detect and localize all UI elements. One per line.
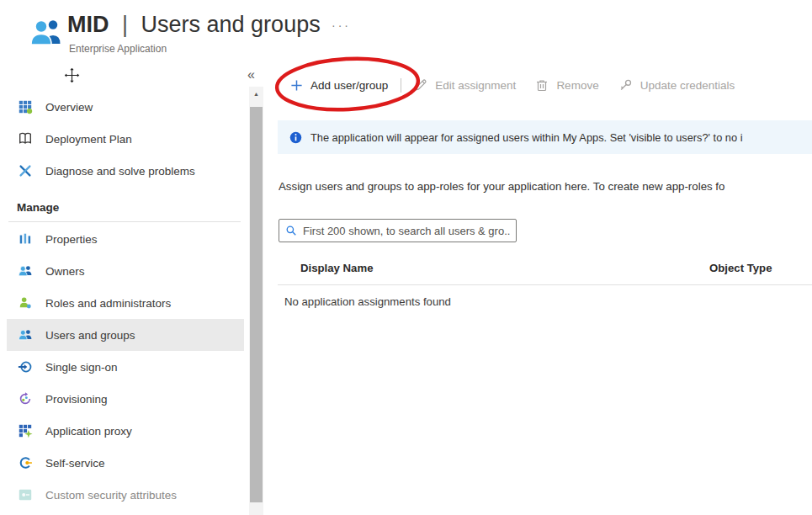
pencil-icon — [414, 78, 427, 92]
users-and-groups-page: MID | Users and groups ··· Enterprise Ap… — [0, 0, 812, 515]
sidebar-item-application-proxy[interactable]: Application proxy — [0, 415, 249, 447]
sidebar-item-label: Owners — [45, 265, 85, 278]
search-input[interactable] — [303, 225, 510, 237]
sidebar-item-roles[interactable]: Roles and administrators — [0, 287, 249, 319]
diagnose-tools-icon — [17, 162, 34, 179]
info-icon — [289, 131, 302, 144]
resource-menu: Overview Deployment Plan Diagnose and so… — [0, 91, 249, 515]
empty-state-text: No application assignments found — [284, 295, 451, 308]
sidebar-scrollbar[interactable]: ▲ — [249, 87, 263, 515]
sidebar-item-deployment-plan[interactable]: Deployment Plan — [0, 123, 249, 155]
blade-name: Users and groups — [141, 12, 321, 37]
sidebar-item-label: Roles and administrators — [45, 297, 171, 310]
sidebar-item-properties[interactable]: Properties — [0, 223, 249, 255]
owners-people-icon — [17, 263, 34, 279]
sidebar-item-label: Provisioning — [45, 393, 108, 406]
sidebar-item-label: Deployment Plan — [45, 133, 132, 146]
update-credentials-button[interactable]: Update credentials — [618, 78, 735, 93]
column-header-display-name: Display Name — [300, 262, 374, 274]
table-header-divider — [278, 284, 812, 285]
add-user-group-button[interactable]: Add user/group — [290, 79, 388, 92]
sidebar-item-label: Overview — [45, 101, 93, 114]
sidebar-item-label: Custom security attributes — [45, 489, 177, 502]
search-box — [279, 219, 517, 242]
roles-admin-person-icon — [17, 295, 34, 311]
page-title: MID | Users and groups — [67, 12, 321, 38]
app-name: MID — [67, 12, 109, 37]
sidebar-item-label: Application proxy — [45, 425, 132, 438]
sidebar-item-owners[interactable]: Owners — [0, 255, 249, 287]
enterprise-app-people-icon — [30, 17, 62, 45]
search-icon — [285, 225, 297, 236]
provisioning-cycle-icon — [17, 390, 34, 407]
remove-button[interactable]: Remove — [535, 78, 598, 92]
toolbar-divider — [401, 78, 401, 93]
command-bar: Add user/group Edit assignment Remove Up… — [290, 72, 735, 98]
sidebar-item-label: Single sign-on — [45, 361, 118, 374]
title-separator: | — [122, 12, 128, 37]
sidebar-collapse-button[interactable]: « — [247, 67, 255, 82]
sidebar-item-provisioning[interactable]: Provisioning — [0, 383, 249, 415]
trash-icon — [535, 78, 549, 92]
remove-label: Remove — [556, 79, 598, 92]
sidebar-item-label: Users and groups — [45, 329, 135, 342]
overview-icon — [17, 98, 34, 115]
users-groups-people-icon — [17, 327, 34, 343]
deployment-plan-book-icon — [17, 130, 34, 147]
sidebar-item-single-sign-on[interactable]: Single sign-on — [0, 351, 249, 383]
sidebar-section-manage: Manage — [0, 187, 249, 214]
sidebar-item-users-and-groups[interactable]: Users and groups — [7, 319, 244, 351]
update-credentials-label: Update credentials — [640, 79, 735, 92]
more-menu-icon[interactable]: ··· — [332, 19, 351, 32]
custom-security-attributes-icon — [17, 486, 34, 503]
info-banner: The application will appear for assigned… — [278, 120, 812, 154]
properties-icon — [17, 231, 34, 247]
edit-assignment-label: Edit assignment — [435, 79, 516, 92]
sidebar-item-diagnose[interactable]: Diagnose and solve problems — [0, 155, 249, 187]
self-service-icon — [17, 454, 34, 471]
application-proxy-icon — [17, 422, 34, 439]
key-icon — [618, 78, 633, 93]
sidebar-item-label: Self-service — [45, 457, 105, 470]
sidebar-item-custom-security-attributes[interactable]: Custom security attributes — [0, 479, 249, 511]
plus-icon — [290, 79, 303, 92]
sidebar-section-divider — [8, 221, 241, 222]
sidebar-item-overview[interactable]: Overview — [0, 91, 249, 123]
column-header-object-type: Object Type — [709, 262, 772, 274]
single-sign-on-icon — [17, 358, 34, 375]
edit-assignment-button[interactable]: Edit assignment — [414, 78, 516, 92]
scrollbar-thumb[interactable] — [250, 107, 263, 502]
sidebar-item-label: Diagnose and solve problems — [45, 165, 195, 178]
info-banner-text: The application will appear for assigned… — [310, 131, 742, 144]
move-cursor-icon — [62, 66, 82, 85]
add-user-group-label: Add user/group — [310, 79, 388, 92]
sidebar-item-self-service[interactable]: Self-service — [0, 447, 249, 479]
scrollbar-up-arrow-icon[interactable]: ▲ — [249, 87, 263, 100]
assign-description: Assign users and groups to app-roles for… — [279, 180, 812, 193]
page-subtitle: Enterprise Application — [69, 43, 167, 55]
sidebar-item-label: Properties — [45, 233, 98, 246]
